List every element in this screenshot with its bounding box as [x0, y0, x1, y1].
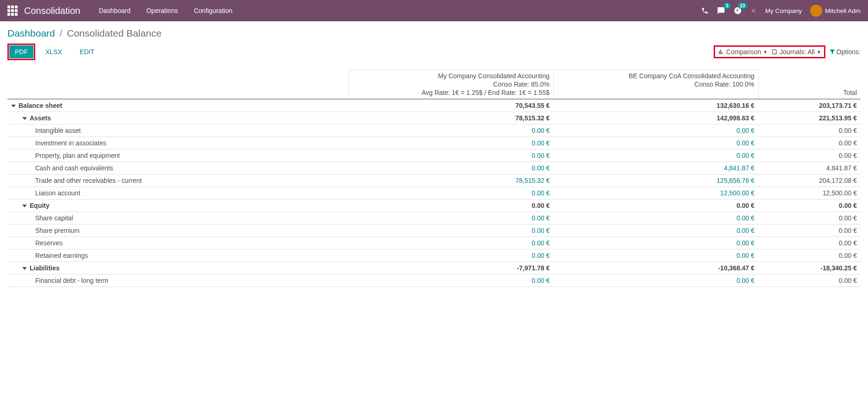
expand-caret-icon[interactable] [22, 117, 27, 120]
cell-value[interactable]: 0.00 € [553, 250, 758, 262]
cell-value: 78,515.32 € [348, 112, 553, 125]
row-name-cell[interactable]: Balance sheet [7, 99, 348, 112]
row-name-cell[interactable]: Investment in associates [7, 137, 348, 150]
journals-filter[interactable]: Journals: All ▼ [769, 47, 823, 56]
phone-icon[interactable] [701, 7, 709, 14]
user-name: Mitchell Adm [825, 7, 861, 14]
avatar [810, 5, 822, 17]
nav-item-operations[interactable]: Operations [146, 7, 178, 14]
funnel-icon [829, 49, 836, 55]
activities-icon[interactable]: 23 [734, 6, 742, 15]
row-label: Share capital [35, 214, 73, 222]
comparison-label: Comparison [726, 48, 761, 56]
cell-total: 0.00 € [758, 250, 861, 262]
apps-icon[interactable] [7, 6, 18, 16]
row-label: Retained earnings [35, 252, 88, 259]
pdf-highlight-box: PDF [7, 44, 35, 60]
cell-value[interactable]: 0.00 € [348, 125, 553, 137]
cell-value[interactable]: 0.00 € [348, 275, 553, 287]
row-name-cell[interactable]: Equity [7, 200, 348, 212]
cell-value[interactable]: 0.00 € [553, 237, 758, 250]
row-label: Cash and cash equivalents [35, 164, 113, 172]
row-name-cell[interactable]: Financial debt - long term [7, 275, 348, 287]
edit-button[interactable]: EDIT [74, 45, 100, 58]
pdf-button[interactable]: PDF [9, 45, 33, 58]
cell-value[interactable]: 0.00 € [348, 162, 553, 175]
cell-total: 0.00 € [758, 125, 861, 137]
comparison-filter[interactable]: Comparison ▼ [716, 47, 769, 56]
cell-value[interactable]: 0.00 € [348, 187, 553, 200]
nav-item-dashboard[interactable]: Dashboard [99, 7, 131, 14]
xlsx-button[interactable]: XLSX [40, 45, 68, 58]
top-nav: Consolidation Dashboard Operations Confi… [0, 0, 868, 21]
breadcrumb-root[interactable]: Dashboard [7, 28, 55, 38]
cell-value[interactable]: 0.00 € [348, 250, 553, 262]
activities-badge: 23 [738, 3, 748, 9]
cell-value[interactable]: 0.00 € [348, 237, 553, 250]
cell-value[interactable]: 0.00 € [553, 150, 758, 162]
row-name-cell[interactable]: Intangible asset [7, 125, 348, 137]
row-name-cell[interactable]: Reserves [7, 237, 348, 250]
row-name-cell[interactable]: Liaison account [7, 187, 348, 200]
cell-value[interactable]: 0.00 € [553, 212, 758, 225]
table-row: Trade and other receivables - current78,… [7, 175, 861, 187]
row-name-cell[interactable]: Trade and other receivables - current [7, 175, 348, 187]
cell-value: 0.00 € [348, 200, 553, 212]
cell-value[interactable]: 0.00 € [348, 212, 553, 225]
col3-title: Total [843, 89, 857, 96]
cell-value[interactable]: 4,841.87 € [553, 162, 758, 175]
messaging-icon[interactable]: 5 [717, 6, 725, 15]
table-row: Liaison account0.00 €12,500.00 €12,500.0… [7, 187, 861, 200]
row-name-cell[interactable]: Share premium [7, 225, 348, 237]
app-brand[interactable]: Consolidation [24, 6, 80, 16]
cell-total: 12,500.00 € [758, 187, 861, 200]
cell-value[interactable]: 0.00 € [348, 225, 553, 237]
expand-caret-icon[interactable] [11, 105, 16, 107]
nav-item-configuration[interactable]: Configuration [194, 7, 232, 14]
balance-table: My Company Consolidated Accounting Conso… [7, 69, 861, 287]
row-label: Liabilities [30, 264, 60, 272]
cell-total: 0.00 € [758, 237, 861, 250]
options-filter[interactable]: Options: [829, 48, 861, 56]
row-name-cell[interactable]: Property, plan and equipment [7, 150, 348, 162]
company-switcher[interactable]: My Company [765, 7, 802, 14]
caret-down-icon: ▼ [817, 50, 821, 55]
cell-value[interactable]: 12,500.00 € [553, 187, 758, 200]
journals-label: Journals: All [779, 48, 814, 56]
close-icon[interactable] [750, 7, 757, 14]
expand-caret-icon[interactable] [22, 267, 27, 270]
row-name-cell[interactable]: Assets [7, 112, 348, 125]
column-name [7, 70, 348, 100]
caret-down-icon: ▼ [763, 50, 768, 55]
cell-value[interactable]: 0.00 € [348, 150, 553, 162]
cell-value[interactable]: 0.00 € [553, 125, 758, 137]
cell-value[interactable]: 125,656.76 € [553, 175, 758, 187]
user-menu[interactable]: Mitchell Adm [810, 5, 861, 17]
row-name-cell[interactable]: Liabilities [7, 262, 348, 275]
table-row: Investment in associates0.00 €0.00 €0.00… [7, 137, 861, 150]
col2-title: BE Company CoA Consolidated Accounting [629, 72, 754, 80]
expand-caret-icon[interactable] [22, 205, 27, 207]
cell-total: 0.00 € [758, 200, 861, 212]
options-text: Options: [836, 48, 861, 56]
row-name-cell[interactable]: Cash and cash equivalents [7, 162, 348, 175]
controls-bar: PDF XLSX EDIT Comparison ▼ Journals: All… [0, 42, 868, 65]
filter-highlight-box: Comparison ▼ Journals: All ▼ [714, 45, 825, 58]
row-name-cell[interactable]: Share capital [7, 212, 348, 225]
cell-total: 0.00 € [758, 212, 861, 225]
row-label: Share premium [35, 227, 80, 234]
book-icon [771, 49, 778, 55]
col1-rate: Conso Rate: 85.0% [353, 81, 550, 88]
cell-value[interactable]: 0.00 € [553, 137, 758, 150]
cell-value[interactable]: 0.00 € [553, 275, 758, 287]
table-row: Equity0.00 €0.00 €0.00 € [7, 200, 861, 212]
cell-value[interactable]: 0.00 € [348, 137, 553, 150]
row-label: Reserves [35, 239, 63, 247]
cell-value[interactable]: 78,515.32 € [348, 175, 553, 187]
row-label: Assets [30, 114, 51, 122]
table-row: Retained earnings0.00 €0.00 €0.00 € [7, 250, 861, 262]
cell-value[interactable]: 0.00 € [553, 225, 758, 237]
row-name-cell[interactable]: Retained earnings [7, 250, 348, 262]
cell-total: 204,172.08 € [758, 175, 861, 187]
table-row: Share capital0.00 €0.00 €0.00 € [7, 212, 861, 225]
